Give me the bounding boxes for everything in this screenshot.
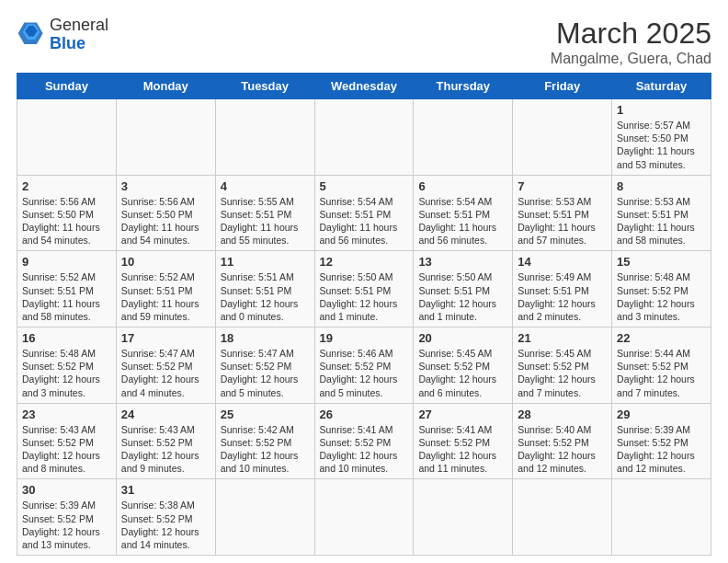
day-number: 20	[418, 331, 507, 345]
day-number: 24	[121, 408, 210, 421]
table-row: 8Sunrise: 5:53 AMSunset: 5:51 PMDaylight…	[612, 175, 711, 251]
day-info: Sunrise: 5:51 AMSunset: 5:51 PMDaylight:…	[221, 270, 310, 323]
day-number: 22	[617, 331, 706, 345]
day-info: Sunrise: 5:38 AMSunset: 5:52 PMDaylight:…	[121, 499, 210, 551]
day-info: Sunrise: 5:41 AMSunset: 5:52 PMDaylight:…	[320, 423, 409, 476]
day-number: 27	[418, 408, 507, 421]
header-sunday: Sunday	[17, 74, 117, 99]
day-info: Sunrise: 5:52 AMSunset: 5:51 PMDaylight:…	[121, 270, 210, 323]
table-row: 13Sunrise: 5:50 AMSunset: 5:51 PMDayligh…	[414, 251, 513, 327]
table-row: 7Sunrise: 5:53 AMSunset: 5:51 PMDaylight…	[513, 175, 612, 251]
table-row: 26Sunrise: 5:41 AMSunset: 5:52 PMDayligh…	[314, 403, 414, 479]
day-number: 7	[518, 179, 607, 193]
calendar-week-row: 1Sunrise: 5:57 AMSunset: 5:50 PMDaylight…	[17, 99, 711, 176]
table-row: 9Sunrise: 5:52 AMSunset: 5:51 PMDaylight…	[17, 251, 117, 327]
table-row: 19Sunrise: 5:46 AMSunset: 5:52 PMDayligh…	[314, 327, 414, 404]
table-row: 10Sunrise: 5:52 AMSunset: 5:51 PMDayligh…	[116, 251, 215, 327]
day-number: 14	[518, 255, 607, 269]
header-thursday: Thursday	[414, 74, 513, 99]
day-info: Sunrise: 5:45 AMSunset: 5:52 PMDaylight:…	[418, 347, 507, 399]
day-info: Sunrise: 5:45 AMSunset: 5:52 PMDaylight:…	[518, 347, 607, 399]
table-row: 2Sunrise: 5:56 AMSunset: 5:50 PMDaylight…	[17, 175, 117, 251]
day-info: Sunrise: 5:39 AMSunset: 5:52 PMDaylight:…	[22, 499, 111, 551]
header-monday: Monday	[116, 74, 215, 99]
day-number: 5	[320, 179, 409, 193]
table-row: 15Sunrise: 5:48 AMSunset: 5:52 PMDayligh…	[612, 251, 711, 327]
day-info: Sunrise: 5:54 AMSunset: 5:51 PMDaylight:…	[418, 195, 507, 247]
table-row: 14Sunrise: 5:49 AMSunset: 5:51 PMDayligh…	[513, 251, 612, 327]
table-row: 18Sunrise: 5:47 AMSunset: 5:52 PMDayligh…	[215, 327, 314, 404]
day-number: 17	[121, 331, 210, 345]
table-row: 1Sunrise: 5:57 AMSunset: 5:50 PMDaylight…	[612, 99, 711, 176]
day-number: 29	[617, 408, 706, 421]
day-number: 11	[221, 255, 310, 269]
table-row: 27Sunrise: 5:41 AMSunset: 5:52 PMDayligh…	[414, 403, 513, 479]
calendar-week-row: 2Sunrise: 5:56 AMSunset: 5:50 PMDaylight…	[17, 175, 711, 251]
day-number: 21	[518, 331, 607, 345]
table-row: 4Sunrise: 5:55 AMSunset: 5:51 PMDaylight…	[215, 175, 314, 251]
header-tuesday: Tuesday	[215, 74, 314, 99]
table-row: 6Sunrise: 5:54 AMSunset: 5:51 PMDaylight…	[414, 175, 513, 251]
day-info: Sunrise: 5:44 AMSunset: 5:52 PMDaylight:…	[617, 347, 706, 399]
logo: General Blue	[17, 17, 108, 53]
day-number: 25	[221, 408, 310, 421]
day-info: Sunrise: 5:56 AMSunset: 5:50 PMDaylight:…	[121, 195, 210, 247]
day-number: 4	[221, 179, 310, 193]
day-number: 23	[22, 408, 111, 421]
table-row: 16Sunrise: 5:48 AMSunset: 5:52 PMDayligh…	[17, 327, 117, 404]
table-row: 5Sunrise: 5:54 AMSunset: 5:51 PMDaylight…	[314, 175, 414, 251]
day-info: Sunrise: 5:40 AMSunset: 5:52 PMDaylight:…	[518, 423, 607, 476]
day-info: Sunrise: 5:43 AMSunset: 5:52 PMDaylight:…	[22, 423, 111, 476]
page-header: General Blue March 2025 Mangalme, Guera,…	[17, 17, 711, 67]
table-row: 11Sunrise: 5:51 AMSunset: 5:51 PMDayligh…	[215, 251, 314, 327]
location-title: Mangalme, Guera, Chad	[551, 51, 711, 67]
table-row: 29Sunrise: 5:39 AMSunset: 5:52 PMDayligh…	[612, 403, 711, 479]
calendar-week-row: 23Sunrise: 5:43 AMSunset: 5:52 PMDayligh…	[17, 403, 711, 479]
month-title: March 2025	[551, 17, 711, 51]
table-row: 20Sunrise: 5:45 AMSunset: 5:52 PMDayligh…	[414, 327, 513, 404]
calendar-week-row: 9Sunrise: 5:52 AMSunset: 5:51 PMDaylight…	[17, 251, 711, 327]
calendar-week-row: 30Sunrise: 5:39 AMSunset: 5:52 PMDayligh…	[17, 479, 711, 556]
day-info: Sunrise: 5:47 AMSunset: 5:52 PMDaylight:…	[221, 347, 310, 399]
day-info: Sunrise: 5:53 AMSunset: 5:51 PMDaylight:…	[617, 195, 706, 247]
day-info: Sunrise: 5:57 AMSunset: 5:50 PMDaylight:…	[617, 119, 706, 171]
header-saturday: Saturday	[612, 74, 711, 99]
day-number: 16	[22, 331, 111, 345]
table-row: 24Sunrise: 5:43 AMSunset: 5:52 PMDayligh…	[116, 403, 215, 479]
day-number: 1	[617, 103, 706, 117]
day-number: 31	[121, 483, 210, 497]
day-number: 2	[22, 179, 111, 193]
day-number: 12	[320, 255, 409, 269]
calendar-table: Sunday Monday Tuesday Wednesday Thursday…	[17, 73, 711, 556]
table-row: 3Sunrise: 5:56 AMSunset: 5:50 PMDaylight…	[116, 175, 215, 251]
day-number: 3	[121, 179, 210, 193]
day-info: Sunrise: 5:48 AMSunset: 5:52 PMDaylight:…	[22, 347, 111, 399]
logo-blue-text: Blue	[50, 34, 85, 52]
logo-general-text: General	[50, 16, 108, 34]
day-info: Sunrise: 5:43 AMSunset: 5:52 PMDaylight:…	[121, 423, 210, 476]
header-wednesday: Wednesday	[314, 74, 414, 99]
day-info: Sunrise: 5:56 AMSunset: 5:50 PMDaylight:…	[22, 195, 111, 247]
day-info: Sunrise: 5:53 AMSunset: 5:51 PMDaylight:…	[518, 195, 607, 247]
weekday-header-row: Sunday Monday Tuesday Wednesday Thursday…	[17, 74, 711, 99]
table-row: 25Sunrise: 5:42 AMSunset: 5:52 PMDayligh…	[215, 403, 314, 479]
table-row: 23Sunrise: 5:43 AMSunset: 5:52 PMDayligh…	[17, 403, 117, 479]
day-number: 9	[22, 255, 111, 269]
day-number: 18	[221, 331, 310, 345]
day-info: Sunrise: 5:41 AMSunset: 5:52 PMDaylight:…	[418, 423, 507, 476]
calendar-week-row: 16Sunrise: 5:48 AMSunset: 5:52 PMDayligh…	[17, 327, 711, 404]
day-number: 28	[518, 408, 607, 421]
day-info: Sunrise: 5:42 AMSunset: 5:52 PMDaylight:…	[221, 423, 310, 476]
day-info: Sunrise: 5:49 AMSunset: 5:51 PMDaylight:…	[518, 270, 607, 323]
day-info: Sunrise: 5:50 AMSunset: 5:51 PMDaylight:…	[320, 270, 409, 323]
day-info: Sunrise: 5:52 AMSunset: 5:51 PMDaylight:…	[22, 270, 111, 323]
day-number: 10	[121, 255, 210, 269]
day-number: 6	[418, 179, 507, 193]
table-row: 22Sunrise: 5:44 AMSunset: 5:52 PMDayligh…	[612, 327, 711, 404]
day-info: Sunrise: 5:50 AMSunset: 5:51 PMDaylight:…	[418, 270, 507, 323]
day-info: Sunrise: 5:39 AMSunset: 5:52 PMDaylight:…	[617, 423, 706, 476]
day-info: Sunrise: 5:47 AMSunset: 5:52 PMDaylight:…	[121, 347, 210, 399]
day-number: 26	[320, 408, 409, 421]
day-info: Sunrise: 5:46 AMSunset: 5:52 PMDaylight:…	[320, 347, 409, 399]
day-number: 8	[617, 179, 706, 193]
